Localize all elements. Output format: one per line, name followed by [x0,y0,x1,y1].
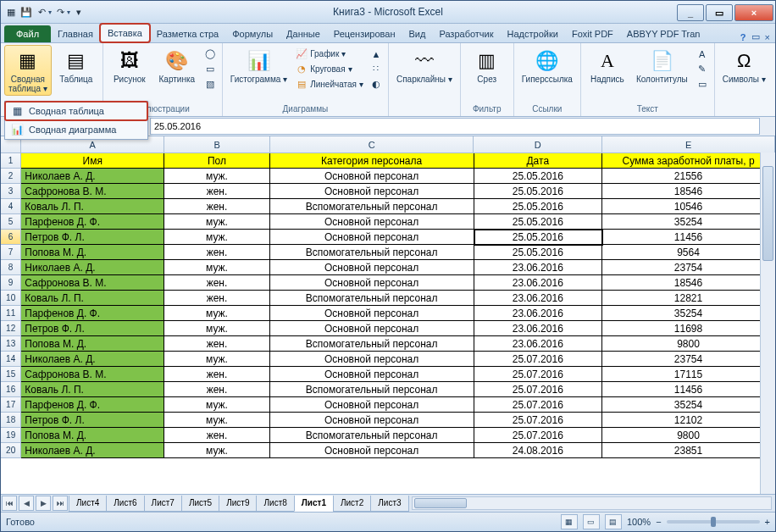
cell[interactable]: 23.06.2016 [474,291,603,306]
row-header[interactable]: 13 [1,336,21,352]
cell[interactable]: муж. [164,230,269,245]
worksheet[interactable]: A B C D E 1ИмяПолКатегория персоналаДата… [1,136,775,494]
cell[interactable]: Петров Ф. Л. [21,413,164,428]
cell[interactable]: 12821 [602,291,775,306]
row-header[interactable]: 9 [1,275,21,291]
row-header[interactable]: 8 [1,260,21,275]
signature-button[interactable]: ✎ [694,62,711,76]
maximize-button[interactable]: ▭ [706,4,733,21]
close-workbook-icon[interactable]: × [765,32,770,42]
cell[interactable]: Парфенов Д. Ф. [21,306,164,321]
cell[interactable]: жен. [164,245,269,260]
cell[interactable]: муж. [164,443,269,458]
cell[interactable]: муж. [164,397,269,413]
sparklines-button[interactable]: 〰 Спарклайны ▾ [392,45,457,86]
cell[interactable]: 25.07.2016 [474,352,603,367]
row-header[interactable]: 1 [1,153,21,169]
horizontal-scrollbar[interactable] [412,496,772,510]
cell[interactable]: жен. [164,367,269,382]
textbox-button[interactable]: A Надпись [585,45,630,86]
slicer-button[interactable]: ▥ Срез [464,45,510,86]
cell[interactable]: 23.06.2016 [474,321,603,336]
cell[interactable]: Парфенов Д. Ф. [21,214,164,230]
area-chart-button[interactable]: ▲ [368,47,385,61]
row-header[interactable]: 10 [1,291,21,306]
row-header[interactable]: 20 [1,443,21,458]
picture-button[interactable]: 🖼 Рисунок [107,45,152,86]
cell[interactable]: 25.07.2016 [474,367,603,382]
vertical-scrollbar[interactable] [760,152,775,494]
cell[interactable]: Попова М. Д. [21,428,164,443]
cell[interactable]: Основной персонал [270,260,474,275]
clipart-button[interactable]: 🎨 Картинка [154,45,200,86]
hscroll-thumb[interactable] [414,498,467,508]
row-header[interactable]: 11 [1,306,21,321]
cell[interactable]: Основной персонал [270,214,474,230]
cell[interactable]: 11456 [602,230,775,245]
cell[interactable]: 12102 [602,413,775,428]
cell[interactable]: Основной персонал [270,184,474,199]
col-header-d[interactable]: D [474,136,602,152]
save-icon[interactable]: 💾 [19,5,33,19]
sheet-tab[interactable]: Лист2 [333,496,371,512]
cell[interactable]: муж. [164,413,269,428]
smartart-button[interactable]: ▭ [202,62,219,76]
cell[interactable]: муж. [164,169,269,184]
header-cell[interactable]: Категория персонала [270,153,474,169]
customize-qa-icon[interactable]: ▾ [72,5,86,19]
cell[interactable]: Петров Ф. Л. [21,230,164,245]
header-footer-button[interactable]: 📄 Колонтитулы [632,45,692,86]
sheet-tab[interactable]: Лист9 [219,496,257,512]
cell[interactable]: Коваль Л. П. [21,382,164,397]
line-chart-button[interactable]: 📈График ▾ [293,47,366,61]
scatter-chart-button[interactable]: ∷ [368,62,385,76]
row-header[interactable]: 19 [1,428,21,443]
cell[interactable]: 23.06.2016 [474,275,603,291]
cell[interactable]: Вспомогательный персонал [270,428,474,443]
cell[interactable]: муж. [164,321,269,336]
cell[interactable]: муж. [164,352,269,367]
sheet-tab[interactable]: Лист3 [370,496,408,512]
row-header[interactable]: 5 [1,214,21,230]
cell[interactable]: Сафронова В. М. [21,367,164,382]
row-header[interactable]: 15 [1,367,21,382]
cell[interactable]: 23754 [602,352,775,367]
pivot-table-menu-item[interactable]: ▦ Сводная таблица [5,102,147,120]
cell[interactable]: 25.05.2016 [474,169,603,184]
cell[interactable]: 35254 [602,306,775,321]
cell[interactable]: Основной персонал [270,275,474,291]
tab-file[interactable]: Файл [4,25,51,42]
row-header[interactable]: 14 [1,352,21,367]
zoom-slider[interactable] [667,520,760,524]
row-header[interactable]: 2 [1,169,21,184]
cell[interactable]: 11456 [602,382,775,397]
other-charts-button[interactable]: ◐ [368,77,385,91]
cell[interactable]: жен. [164,428,269,443]
cell[interactable]: 25.05.2016 [474,184,603,199]
tab-formulas[interactable]: Формулы [225,25,280,42]
cell[interactable]: Вспомогательный персонал [270,199,474,214]
cell[interactable]: Вспомогательный персонал [270,291,474,306]
sheet-tab[interactable]: Лист1 [294,496,334,512]
cell[interactable]: Коваль Л. П. [21,291,164,306]
row-header[interactable]: 18 [1,413,21,428]
undo-icon[interactable]: ↶ [35,5,48,19]
bar-chart-button[interactable]: ▤Линейчатая ▾ [293,77,366,91]
vscroll-thumb[interactable] [762,166,773,261]
cell[interactable]: Основной персонал [270,306,474,321]
cell[interactable]: 18546 [602,275,775,291]
cell[interactable]: 25.07.2016 [474,397,603,413]
header-cell[interactable]: Имя [21,153,164,169]
column-chart-button[interactable]: 📊 Гистограмма ▾ [226,45,291,86]
cell[interactable]: Основной персонал [270,169,474,184]
col-header-c[interactable]: C [270,136,474,152]
row-header[interactable]: 7 [1,245,21,260]
hyperlink-button[interactable]: 🌐 Гиперссылка [518,45,577,86]
cell[interactable]: 25.05.2016 [474,214,603,230]
row-header[interactable]: 12 [1,321,21,336]
redo-icon[interactable]: ↷ [53,5,67,19]
col-header-b[interactable]: B [164,136,270,152]
cell[interactable]: Петров Ф. Л. [21,321,164,336]
row-header[interactable]: 16 [1,382,21,397]
sheet-tab[interactable]: Лист4 [69,496,107,512]
